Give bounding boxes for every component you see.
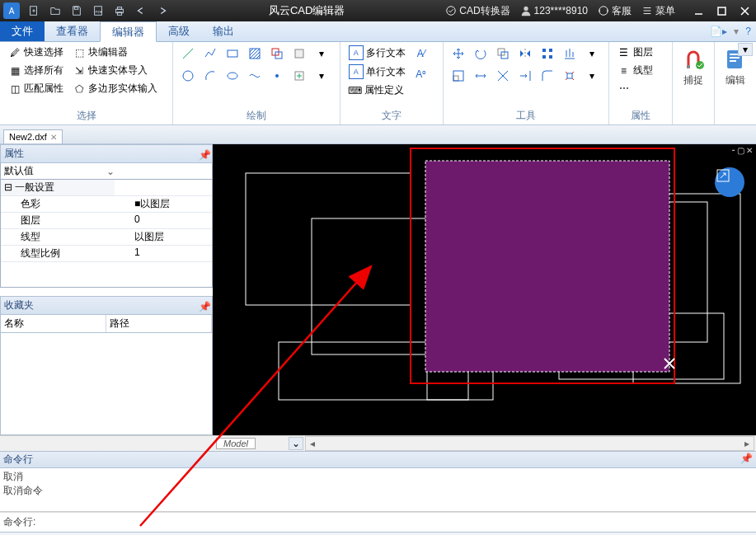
properties-grid[interactable]: ⊟ 一般设置 色彩■以图层 图层0 线型以图层 线型比例1	[0, 180, 213, 288]
rotate-tool-icon[interactable]	[471, 44, 491, 63]
command-log[interactable]: 取消 取消命令	[0, 468, 756, 512]
pin-icon[interactable]: 📌	[740, 453, 753, 467]
polygon-input-button[interactable]: ⬠多边形实体输入	[69, 80, 161, 97]
favorites-col-path[interactable]: 路径	[106, 315, 212, 332]
favorites-col-name[interactable]: 名称	[1, 315, 106, 332]
model-tab-dropdown[interactable]: ⌄	[289, 437, 303, 450]
close-tab-icon[interactable]: ✕	[50, 133, 57, 142]
prop-value[interactable]: 0	[131, 213, 212, 228]
align-tool-icon[interactable]	[560, 44, 580, 63]
snap-button[interactable]: 捕捉	[674, 44, 712, 89]
user-account[interactable]: 123****8910	[520, 5, 588, 16]
line-tool-icon[interactable]	[178, 44, 198, 63]
ribbon-dropdown-icon[interactable]: ▾	[734, 26, 739, 37]
canvas-badge-icon[interactable]	[715, 167, 744, 197]
solid-import-button[interactable]: ⇲快速实体导入	[69, 62, 161, 79]
drop4-icon[interactable]: ▾	[582, 66, 602, 86]
scale-tool-icon[interactable]	[448, 66, 468, 86]
print-icon[interactable]	[110, 3, 129, 18]
new-file-icon[interactable]	[25, 3, 43, 18]
array-tool-icon[interactable]	[538, 44, 557, 63]
favorites-panel-header[interactable]: 收藏夹 📌	[0, 296, 213, 315]
layer-button[interactable]: ☰图层	[614, 44, 656, 61]
spline-tool-icon[interactable]	[245, 66, 265, 86]
textfind-icon[interactable]: Aᵒ	[411, 64, 431, 84]
insert-tool-icon[interactable]	[289, 66, 309, 86]
pin-icon[interactable]: 📌	[199, 149, 209, 159]
prop-value[interactable]: 以图层	[131, 229, 212, 245]
snap-icon	[680, 45, 707, 72]
region-tool-icon[interactable]	[267, 44, 287, 63]
textedit-icon[interactable]: A⁄	[411, 44, 431, 63]
ribbon-help-icon[interactable]: ?	[745, 26, 751, 37]
drawing-canvas[interactable]: ⁃▢✕	[213, 144, 756, 435]
pin-icon[interactable]: 📌	[199, 301, 209, 311]
menu-editor[interactable]: 编辑器	[100, 21, 157, 42]
drop3-icon[interactable]: ▾	[582, 44, 602, 63]
favorites-body[interactable]	[0, 333, 213, 435]
command-input[interactable]: 命令行:	[0, 512, 756, 532]
mtext-button[interactable]: A多行文本	[345, 44, 409, 62]
menu-viewer[interactable]: 查看器	[45, 21, 100, 41]
block-editor-button[interactable]: ⬚块编辑器	[69, 44, 161, 61]
extend-tool-icon[interactable]	[515, 66, 535, 86]
quick-select-button[interactable]: 🖉快速选择	[5, 44, 67, 61]
maximize-button[interactable]	[710, 0, 733, 21]
select-all-button[interactable]: ▦选择所有	[5, 62, 67, 79]
horizontal-scrollbar[interactable]: ◂▸	[305, 436, 754, 451]
prop-value[interactable]: 1	[131, 246, 212, 261]
save-icon[interactable]	[68, 3, 86, 18]
attrdef-button[interactable]: ⌨属性定义	[345, 82, 409, 99]
menu-bar: 文件 查看器 编辑器 高级 输出 📄▸ ▾ ?	[0, 21, 756, 42]
rect-tool-icon[interactable]	[223, 44, 242, 63]
favorites-columns: 名称 路径	[0, 315, 213, 333]
mirror-tool-icon[interactable]	[515, 44, 535, 63]
open-file-icon[interactable]	[46, 3, 64, 18]
menu-file[interactable]: 文件	[0, 21, 45, 41]
move-tool-icon[interactable]	[448, 44, 468, 63]
stretch-tool-icon[interactable]	[471, 66, 491, 86]
circle-tool-icon[interactable]	[178, 66, 198, 86]
ribbon-collapse-icon[interactable]: ▾	[738, 43, 753, 56]
document-tab[interactable]: New2.dxf ✕	[3, 129, 63, 143]
menu-output[interactable]: 输出	[201, 21, 246, 41]
close-button[interactable]	[733, 0, 756, 21]
draw-group-label: 绘制	[178, 107, 335, 123]
cad-converter-link[interactable]: CAD转换器	[445, 4, 509, 18]
main-menu[interactable]: 菜单	[641, 4, 675, 18]
arc-tool-icon[interactable]	[200, 66, 220, 86]
ribbon-tool-icon[interactable]: 📄▸	[710, 26, 727, 37]
block-tool-icon[interactable]	[289, 44, 309, 63]
properties-selector[interactable]: 默认值 ⌄	[0, 163, 213, 180]
save-pdf-icon[interactable]: PDF	[89, 3, 107, 18]
drop2-icon[interactable]: ▾	[312, 66, 331, 86]
polyline-tool-icon[interactable]	[200, 44, 220, 63]
explode-tool-icon[interactable]	[560, 66, 580, 86]
command-header[interactable]: 命令行📌	[0, 452, 756, 468]
select-group-label: 选择	[5, 107, 167, 123]
ellipse-tool-icon[interactable]	[223, 66, 242, 86]
redo-icon[interactable]	[153, 3, 171, 18]
svg-rect-24	[542, 55, 546, 59]
minimize-button[interactable]	[687, 0, 710, 21]
drop1-icon[interactable]: ▾	[312, 44, 331, 63]
copy-tool-icon[interactable]	[493, 44, 513, 63]
hatch-tool-icon[interactable]	[245, 44, 265, 63]
menu-advanced[interactable]: 高级	[157, 21, 201, 41]
model-tab[interactable]: Model	[216, 438, 256, 449]
linetype-button[interactable]: ≡线型	[614, 62, 656, 79]
match-props-icon: ◫	[8, 82, 21, 96]
fillet-tool-icon[interactable]	[538, 66, 557, 86]
prop-value[interactable]: ■以图层	[131, 196, 212, 212]
props-more-button[interactable]: ⋯	[614, 80, 656, 96]
point-tool-icon[interactable]	[267, 66, 287, 86]
match-props-button[interactable]: ◫匹配属性	[5, 80, 67, 97]
properties-panel-header[interactable]: 属性 📌	[0, 144, 213, 163]
text-button[interactable]: A单行文本	[345, 63, 409, 81]
undo-icon[interactable]	[132, 3, 150, 18]
trim-tool-icon[interactable]	[493, 66, 513, 86]
prop-group[interactable]: ⊟ 一般设置	[1, 180, 115, 195]
support-link[interactable]: 客服	[598, 4, 632, 18]
canvas-view-controls[interactable]: ⁃▢✕	[731, 146, 753, 155]
more-icon: ⋯	[617, 82, 631, 95]
